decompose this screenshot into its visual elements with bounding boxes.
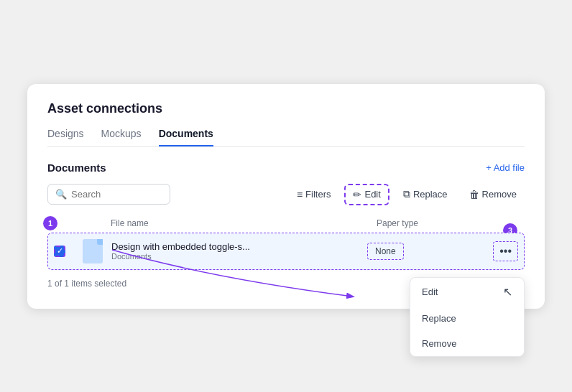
check-icon: ✓ — [57, 246, 63, 256]
edit-label: Edit — [364, 189, 380, 200]
replace-icon: ⧉ — [403, 188, 410, 200]
actions-col: ••• — [482, 241, 518, 261]
search-input[interactable] — [71, 189, 162, 200]
three-dots-button[interactable]: ••• — [493, 241, 518, 261]
tab-bar: Designs Mockups Documents — [47, 128, 525, 147]
table-header: 1 File name 2 Paper type 3 — [47, 214, 525, 233]
dots-icon: ••• — [499, 245, 512, 258]
dropdown-edit-label: Edit — [422, 286, 438, 297]
col-file-name: File name — [111, 218, 368, 228]
badge-1: 1 — [43, 216, 57, 230]
file-icon — [83, 239, 103, 263]
search-icon: 🔍 — [55, 189, 67, 200]
search-wrapper: 🔍 — [47, 184, 170, 205]
dropdown-remove-label: Remove — [422, 338, 456, 349]
toolbar: 🔍 ≡ Filters ✏ Edit ⧉ Replace 🗑 Remove — [47, 184, 525, 205]
paper-type-badge: None — [367, 243, 404, 260]
section-title: Documents — [47, 162, 106, 174]
col-paper-type: Paper type — [377, 218, 418, 228]
file-icon-wrap — [83, 239, 111, 263]
edit-icon: ✏ — [353, 189, 361, 200]
card-title: Asset connections — [47, 101, 525, 116]
dropdown-menu: Edit ↖ Replace Remove — [410, 277, 525, 357]
section-header: Documents + Add file — [47, 162, 525, 174]
dropdown-replace-label: Replace — [422, 313, 456, 324]
replace-label: Replace — [413, 189, 448, 200]
dropdown-edit[interactable]: Edit ↖ — [410, 278, 524, 306]
asset-connections-card: Asset connections Designs Mockups Docume… — [27, 84, 545, 309]
cursor-icon: ↖ — [503, 285, 512, 299]
add-file-button[interactable]: + Add file — [486, 162, 525, 173]
filters-label: Filters — [305, 189, 331, 200]
table-area: 1 File name 2 Paper type 3 ✓ Design w — [47, 214, 525, 270]
filter-icon: ≡ — [297, 189, 303, 200]
tab-mockups[interactable]: Mockups — [101, 128, 142, 146]
dropdown-remove[interactable]: Remove — [410, 331, 524, 356]
edit-button[interactable]: ✏ Edit — [344, 184, 389, 205]
file-name: Design with embedded toggle-s... — [111, 241, 269, 252]
remove-button[interactable]: 🗑 Remove — [461, 185, 525, 205]
row-checkbox[interactable]: ✓ — [54, 246, 65, 257]
tab-documents[interactable]: Documents — [159, 128, 213, 146]
file-sub: Documents — [111, 252, 367, 261]
remove-icon: 🗑 — [469, 189, 479, 200]
row-checkbox-wrap: ✓ — [54, 246, 83, 257]
file-name-col: Design with embedded toggle-s... Documen… — [111, 241, 367, 261]
dropdown-replace[interactable]: Replace — [410, 306, 524, 331]
remove-label: Remove — [482, 189, 517, 200]
paper-type-col: None — [367, 243, 482, 260]
tab-designs[interactable]: Designs — [47, 128, 84, 146]
replace-button[interactable]: ⧉ Replace — [395, 184, 456, 205]
filters-button[interactable]: ≡ Filters — [289, 185, 339, 205]
table-row: ✓ Design with embedded toggle-s... Docum… — [47, 233, 525, 270]
